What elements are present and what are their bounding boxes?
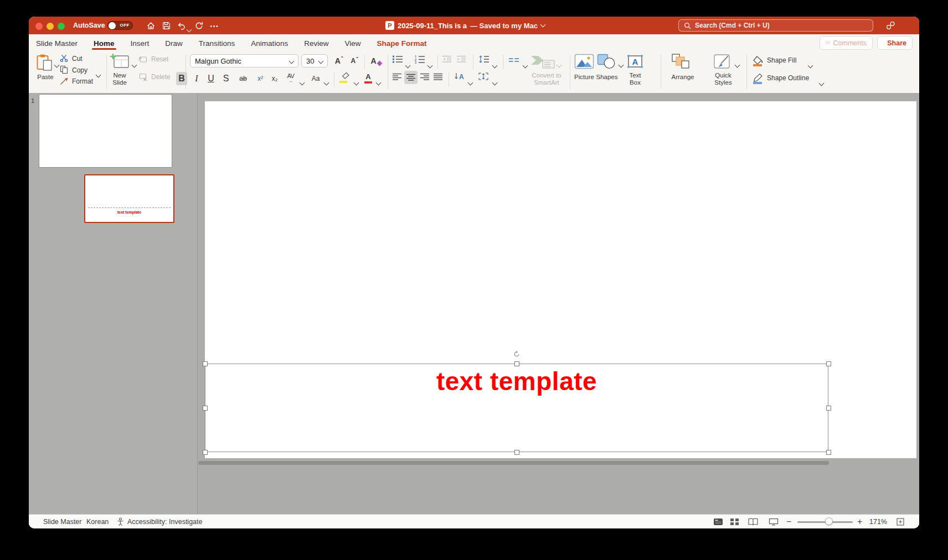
numbering-chevron[interactable] [428,60,432,70]
bullets-icon[interactable] [392,55,403,66]
redo-icon[interactable] [194,21,204,30]
selection-handle-top-right[interactable] [826,361,831,366]
save-icon[interactable] [162,21,171,30]
highlight-color-icon[interactable] [339,72,352,83]
undo-menu-chevron[interactable] [187,24,191,34]
grow-font-icon[interactable]: Aˆ [332,54,346,68]
superscript-button[interactable]: x² [254,72,266,85]
numbering-icon[interactable]: 123 [414,55,425,66]
copy-icon[interactable] [60,65,68,76]
shape-outline-chevron[interactable] [820,77,823,87]
text-direction-icon[interactable]: A [454,72,465,83]
line-spacing-icon[interactable] [478,55,490,66]
strikethrough-button[interactable]: ab [236,72,250,85]
shape-fill-label[interactable]: Shape Fill [767,57,796,64]
change-case-icon[interactable]: Aa [309,72,322,85]
font-size-select[interactable]: 30 [301,54,328,68]
align-text-vertical-chevron[interactable] [493,77,497,87]
status-language[interactable]: Korean [86,515,109,528]
justify-icon[interactable] [433,73,443,83]
cut-icon[interactable] [60,54,68,64]
subscript-button[interactable]: x₂ [269,72,281,85]
document-title[interactable]: P 2025-09-11_This is a — Saved to my Mac [365,17,565,34]
close-window-button[interactable] [35,23,43,30]
columns-icon[interactable] [508,56,519,66]
arrange-label[interactable]: Arrange [672,74,694,81]
tab-draw[interactable]: Draw [164,39,183,48]
change-case-chevron[interactable] [324,77,328,87]
clear-formatting-icon[interactable]: A [369,54,383,68]
selection-handle-top-left[interactable] [203,361,208,366]
text-box-icon[interactable]: A [627,54,643,71]
minimize-window-button[interactable] [47,23,54,30]
text-box-label-2[interactable]: Box [630,79,641,86]
presence-icon[interactable] [884,20,897,33]
selection-handle-mid-left[interactable] [203,406,208,411]
cut-label[interactable]: Cut [72,55,83,63]
text-shadow-button[interactable]: S [221,72,231,85]
bullets-chevron[interactable] [406,60,410,70]
columns-chevron[interactable] [523,60,527,70]
layout-slide-thumbnail-selected[interactable]: text template [84,174,174,223]
title-menu-chevron[interactable] [540,22,546,28]
new-slide-icon[interactable] [110,53,130,72]
home-icon[interactable] [146,21,156,30]
tab-view[interactable]: View [344,39,361,48]
zoom-out-button[interactable]: − [786,515,791,528]
search-input[interactable]: Search (Cmd + Ctrl + U) [678,19,873,32]
zoom-slider-thumb[interactable] [825,517,833,525]
shape-fill-chevron[interactable] [808,60,812,70]
line-spacing-chevron[interactable] [493,60,497,70]
highlight-color-chevron[interactable] [354,77,358,87]
tab-shape-format[interactable]: Shape Format [376,39,427,48]
new-slide-label-2[interactable]: Slide [112,79,127,86]
arrange-icon[interactable] [671,53,690,72]
selection-handle-bottom-center[interactable] [514,450,519,455]
picture-icon[interactable] [574,54,594,71]
slideshow-icon[interactable] [769,515,779,528]
bold-button[interactable]: B [176,72,187,85]
selection-handle-bottom-right[interactable] [826,450,831,455]
character-spacing-chevron[interactable] [300,77,304,87]
shape-fill-icon[interactable] [752,55,764,69]
tab-transitions[interactable]: Transitions [198,39,236,48]
text-direction-chevron[interactable] [468,77,472,87]
shapes-icon[interactable] [597,54,616,71]
autosave-toggle[interactable]: OFF [107,21,133,30]
shapes-chevron[interactable] [619,59,623,69]
font-name-select[interactable]: Malgun Gothic [190,54,298,68]
zoom-in-button[interactable]: + [857,515,862,528]
selection-handle-bottom-left[interactable] [203,450,208,455]
shape-outline-icon[interactable] [752,73,764,86]
tab-slide-master[interactable]: Slide Master [35,39,78,48]
align-right-icon[interactable] [420,73,430,83]
paste-label[interactable]: Paste [37,74,53,81]
picture-label[interactable]: Picture [574,74,594,81]
share-button[interactable]: Share [877,36,913,50]
accessibility-status[interactable]: Accessibility: Investigate [127,515,202,528]
text-box-content[interactable]: text template [205,366,828,396]
italic-button[interactable]: I [192,72,202,85]
tab-review[interactable]: Review [303,39,329,48]
shapes-label[interactable]: Shapes [596,74,617,81]
align-left-icon[interactable] [392,73,402,83]
quick-styles-label-2[interactable]: Styles [714,79,731,86]
quick-styles-label-1[interactable]: Quick [715,72,731,79]
shrink-font-icon[interactable]: Aˇ [348,54,361,68]
new-slide-chevron[interactable] [132,59,136,69]
more-commands-icon[interactable] [209,22,219,31]
shape-outline-label[interactable]: Shape Outline [767,75,809,82]
underline-button[interactable]: U [206,72,216,85]
format-painter-icon[interactable] [60,77,69,87]
selection-handle-mid-right[interactable] [826,406,831,411]
paste-menu-chevron[interactable] [55,59,59,69]
new-slide-label-1[interactable]: New [113,72,126,79]
tab-home[interactable]: Home [93,39,115,48]
format-painter-label[interactable]: Format [72,78,93,85]
quick-styles-chevron[interactable] [735,59,739,69]
fit-slide-to-window-icon[interactable] [896,515,905,528]
quick-styles-icon[interactable] [713,53,732,72]
undo-icon[interactable] [177,21,186,30]
copy-menu-chevron[interactable] [96,69,100,79]
tab-insert[interactable]: Insert [130,39,150,48]
